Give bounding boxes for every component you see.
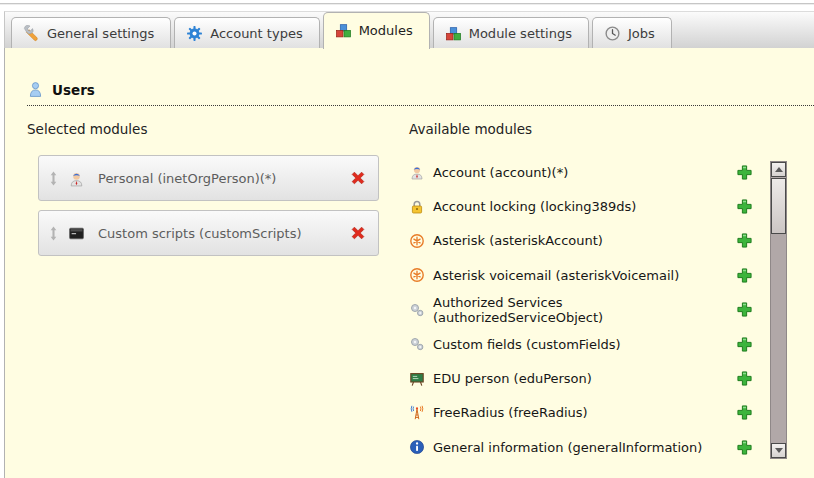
plus-icon [736,404,753,421]
plus-icon [736,336,753,353]
gear-icon [186,25,203,42]
module-label: Personal (inetOrgPerson)(*) [98,171,349,186]
x-icon [349,169,367,187]
info-icon [409,439,425,455]
wrench-icon [23,25,40,42]
add-module-button[interactable] [736,164,753,181]
plus-icon [736,267,753,284]
gears-icon [409,302,425,318]
asterisk-icon [409,267,425,283]
plus-icon [736,232,753,249]
antenna-icon [409,405,425,421]
lock-icon [409,199,425,215]
users-section-header: Users [27,81,814,106]
add-module-button[interactable] [736,232,753,249]
add-module-button[interactable] [736,370,753,387]
scrollbar[interactable] [770,161,787,459]
plus-icon [736,164,753,181]
add-module-button[interactable] [736,336,753,353]
available-module-row: Account (account)(*) [409,155,753,189]
user-icon [27,81,44,98]
add-module-button[interactable] [736,198,753,215]
board-icon [409,371,425,387]
cubes-icon [335,22,352,39]
selected-modules-label: Selected modules [27,121,147,137]
module-label: Asterisk voicemail (asteriskVoicemail) [433,268,679,283]
tab-bar: General settings Account types Modules M… [5,12,814,48]
module-label: EDU person (eduPerson) [433,371,592,386]
remove-module-button[interactable] [349,224,367,242]
selected-module-row[interactable]: Custom scripts (customScripts) [38,210,379,256]
available-module-row: FreeRadius (freeRadius) [409,396,753,430]
section-title: Users [52,82,95,98]
add-module-button[interactable] [736,267,753,284]
plus-icon [736,198,753,215]
module-label: Asterisk (asteriskAccount) [433,233,603,248]
triangle-down-icon [775,448,783,453]
tab-modules[interactable]: Modules [323,12,430,49]
cubes-icon [445,25,462,42]
add-module-button[interactable] [736,404,753,421]
drag-handle-icon[interactable] [48,226,59,241]
module-label: Custom scripts (customScripts) [98,226,349,241]
content-panel: Users Selected modules Available modules… [4,48,814,478]
plus-icon [736,301,753,318]
module-label: Account locking (locking389ds) [433,199,636,214]
tab-module-settings[interactable]: Module settings [433,17,589,48]
module-label: Custom fields (customFields) [433,337,621,352]
add-module-button[interactable] [736,301,753,318]
plus-icon [736,370,753,387]
module-label: Account (account)(*) [433,165,568,180]
module-label: General information (generalInformation) [433,440,702,455]
drag-handle-icon[interactable] [48,171,59,186]
remove-module-button[interactable] [349,169,367,187]
tab-jobs[interactable]: Jobs [592,17,672,48]
plus-icon [736,439,753,456]
available-module-row: EDU person (eduPerson) [409,361,753,395]
tab-account-types[interactable]: Account types [174,17,319,48]
tab-general-settings[interactable]: General settings [11,17,171,48]
person-icon [409,164,425,180]
available-module-row: Authorized Services (authorizedServiceOb… [409,293,753,327]
available-module-row: Account locking (locking389ds) [409,189,753,223]
available-modules-list: Account (account)(*) Account locking (lo… [409,155,753,465]
module-label: Authorized Services (authorizedServiceOb… [433,295,736,325]
top-divider-highlight [0,4,814,5]
triangle-up-icon [775,167,783,172]
add-module-button[interactable] [736,439,753,456]
scrollbar-thumb[interactable] [771,178,786,234]
available-module-row: Asterisk voicemail (asteriskVoicemail) [409,258,753,292]
x-icon [349,224,367,242]
available-module-row: Asterisk (asteriskAccount) [409,224,753,258]
module-label: FreeRadius (freeRadius) [433,405,588,420]
scrollbar-down-button[interactable] [771,443,786,458]
tab-strip: General settings Account types Modules M… [4,11,814,48]
selected-modules-list: Personal (inetOrgPerson)(*) Custom scrip… [38,155,379,265]
terminal-icon [68,225,85,242]
clock-icon [604,25,621,42]
available-module-row: General information (generalInformation) [409,430,753,464]
selected-module-row[interactable]: Personal (inetOrgPerson)(*) [38,155,379,201]
asterisk-icon [409,233,425,249]
person-icon [68,170,85,187]
available-modules-label: Available modules [409,121,532,137]
available-module-row: Custom fields (customFields) [409,327,753,361]
gears-icon [409,336,425,352]
scrollbar-up-button[interactable] [771,162,786,177]
